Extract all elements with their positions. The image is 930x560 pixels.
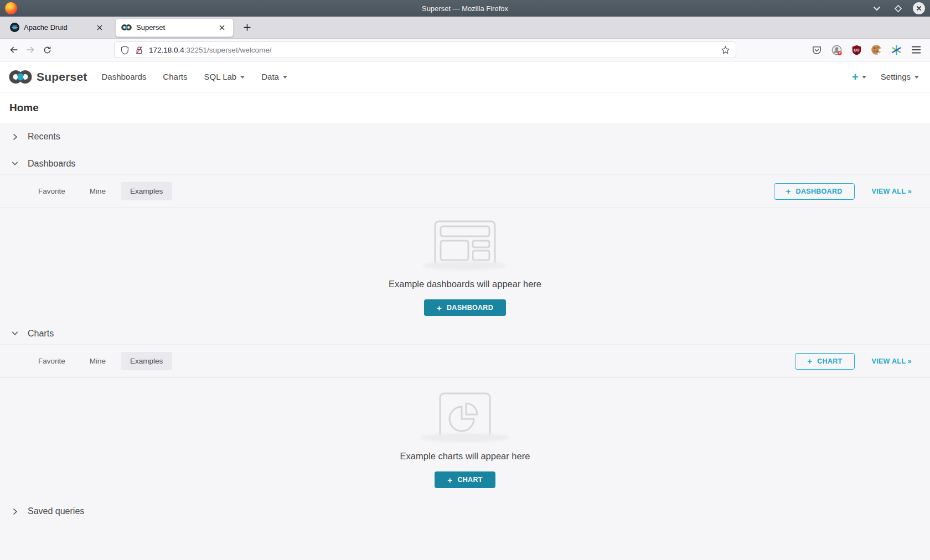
add-dashboard-button[interactable]: + DASHBOARD: [424, 299, 506, 316]
url-host: 172.18.0.4: [149, 46, 184, 54]
view-all-charts-link[interactable]: VIEW ALL »: [872, 357, 912, 365]
new-item-menu[interactable]: +: [852, 71, 866, 82]
bookmark-star-button[interactable]: [721, 45, 730, 55]
cookie-extension-button[interactable]: [870, 44, 882, 56]
close-icon: [97, 25, 102, 30]
tab-label: Favorite: [38, 357, 65, 365]
plus-icon: [244, 24, 251, 31]
dashboards-tab-favorite[interactable]: Favorite: [29, 182, 75, 200]
chevron-right-icon: [12, 133, 18, 141]
settings-menu[interactable]: Settings: [881, 72, 919, 81]
plus-icon: +: [786, 186, 791, 196]
page-header: Home: [0, 92, 930, 123]
arrow-right-icon: [25, 45, 35, 55]
tab-close-button[interactable]: [216, 22, 228, 33]
ublock-button[interactable]: UO: [850, 44, 862, 56]
insecure-lock-icon[interactable]: [135, 45, 144, 55]
new-chart-button[interactable]: + CHART: [795, 353, 854, 370]
account-badge-icon: [831, 44, 843, 56]
plus-icon: +: [852, 71, 859, 82]
section-recents[interactable]: Recents: [0, 124, 930, 149]
brand-name: Superset: [37, 70, 87, 84]
dashboards-actions: + DASHBOARD VIEW ALL »: [774, 183, 912, 200]
caret-down-icon: [914, 76, 919, 79]
charts-tab-favorite[interactable]: Favorite: [29, 352, 75, 370]
close-button[interactable]: [913, 2, 925, 14]
charts-tab-examples[interactable]: Examples: [121, 352, 172, 370]
tab-superset[interactable]: Superset: [115, 18, 234, 37]
charts-toolbar: Favorite Mine Examples + CHART VIEW ALL …: [0, 345, 930, 378]
tab-title: Apache Druid: [24, 23, 90, 32]
close-icon: [916, 6, 922, 11]
superset-logo[interactable]: Superset: [9, 69, 87, 85]
dashboards-tab-mine[interactable]: Mine: [80, 182, 115, 200]
maximize-button[interactable]: [892, 2, 904, 14]
charts-tab-mine[interactable]: Mine: [80, 352, 115, 370]
forward-button[interactable]: [22, 42, 39, 58]
caret-down-icon: [862, 76, 866, 79]
menu-item-sql-lab[interactable]: SQL Lab: [204, 61, 245, 92]
section-label: Saved queries: [28, 506, 84, 516]
dashboard-placeholder-icon: [434, 220, 496, 267]
menu-label: Data: [261, 72, 279, 81]
shield-icon[interactable]: [120, 45, 130, 55]
tab-apache-druid[interactable]: Apache Druid: [4, 18, 111, 37]
reload-icon: [43, 45, 52, 55]
button-label: CHART: [817, 357, 842, 365]
chevron-down-icon: [12, 161, 18, 166]
superset-infinity-icon: [9, 69, 32, 85]
charts-actions: + CHART VIEW ALL »: [795, 353, 912, 370]
druid-favicon: [10, 23, 19, 32]
tab-close-button[interactable]: [94, 22, 105, 33]
menu-button[interactable]: [910, 44, 922, 56]
pocket-button[interactable]: [810, 44, 823, 56]
dashboards-toolbar: Favorite Mine Examples + DASHBOARD VIEW …: [0, 175, 930, 208]
diamond-icon: [894, 4, 902, 13]
cookie-icon: [871, 44, 882, 55]
url-path: :32251/superset/welcome/: [184, 46, 272, 54]
page-title: Home: [9, 102, 39, 114]
url-bar[interactable]: 172.18.0.4:32251/superset/welcome/: [114, 42, 736, 58]
firefox-icon: [5, 2, 17, 14]
chevron-down-icon: [12, 331, 18, 336]
pocket-icon: [812, 45, 822, 55]
superset-navbar: Superset Dashboards Charts SQL Lab Data …: [0, 61, 930, 92]
menu-label: Charts: [163, 72, 187, 81]
button-label: DASHBOARD: [796, 188, 843, 195]
window-controls: [871, 2, 925, 14]
superset-menu: Dashboards Charts SQL Lab Data: [101, 61, 287, 92]
section-saved-queries[interactable]: Saved queries: [0, 499, 930, 523]
account-extension-button[interactable]: [830, 44, 843, 56]
new-tab-button[interactable]: [239, 20, 255, 35]
reload-button[interactable]: [39, 42, 55, 58]
view-all-dashboards-link[interactable]: VIEW ALL »: [872, 188, 912, 195]
browser-toolbar: 172.18.0.4:32251/superset/welcome/ UO: [0, 39, 930, 61]
icon-shadow: [421, 433, 509, 442]
star-icon: [721, 45, 730, 55]
page-content: Recents Dashboards Favorite Mine Example…: [0, 124, 930, 531]
new-dashboard-button[interactable]: + DASHBOARD: [774, 183, 855, 200]
asterisk-extension-button[interactable]: [890, 44, 902, 56]
section-label: Charts: [28, 329, 54, 339]
section-label: Dashboards: [28, 159, 75, 169]
dashboards-tab-examples[interactable]: Examples: [121, 182, 172, 200]
plus-icon: +: [437, 303, 442, 313]
section-charts-header[interactable]: Charts: [0, 323, 930, 345]
browser-tabbar: Apache Druid Superset: [0, 17, 930, 39]
button-label: DASHBOARD: [447, 304, 493, 312]
arrow-left-icon: [9, 45, 19, 55]
window-title: Superset — Mozilla Firefox: [0, 4, 930, 13]
tab-label: Examples: [130, 187, 163, 195]
chart-placeholder-icon: [439, 392, 491, 439]
add-chart-button[interactable]: + CHART: [435, 471, 495, 488]
menu-item-dashboards[interactable]: Dashboards: [101, 61, 146, 92]
menu-item-data[interactable]: Data: [261, 61, 287, 92]
menu-item-charts[interactable]: Charts: [163, 61, 187, 92]
minimize-button[interactable]: [871, 2, 883, 14]
back-button[interactable]: [6, 42, 22, 58]
settings-label: Settings: [881, 72, 911, 81]
window-titlebar: Superset — Mozilla Firefox: [0, 0, 930, 17]
section-dashboards-header[interactable]: Dashboards: [0, 153, 930, 175]
tab-label: Examples: [130, 357, 163, 365]
hamburger-icon: [911, 45, 921, 54]
